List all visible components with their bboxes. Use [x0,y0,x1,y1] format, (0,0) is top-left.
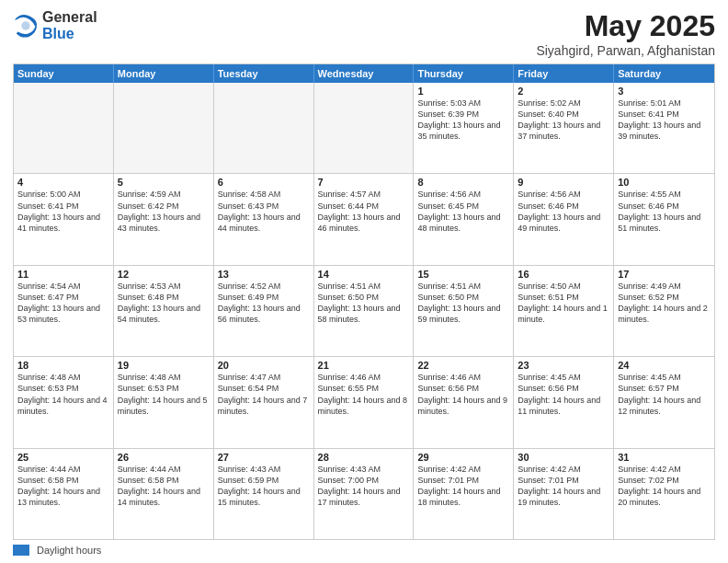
day-number: 19 [118,360,210,371]
day-number: 17 [618,269,711,280]
calendar-cell: 26Sunrise: 4:44 AM Sunset: 6:58 PM Dayli… [114,449,214,539]
calendar-cell [314,83,415,173]
calendar-cell [14,83,114,173]
calendar-cell: 30Sunrise: 4:42 AM Sunset: 7:01 PM Dayli… [514,449,614,539]
calendar-cell: 9Sunrise: 4:56 AM Sunset: 6:46 PM Daylig… [514,174,614,264]
cell-info: Sunrise: 4:53 AM Sunset: 6:48 PM Dayligh… [118,281,210,326]
calendar-week-2: 4Sunrise: 5:00 AM Sunset: 6:41 PM Daylig… [14,174,714,265]
calendar-week-1: 1Sunrise: 5:03 AM Sunset: 6:39 PM Daylig… [14,83,714,174]
title-month: May 2025 [536,9,715,43]
day-number: 15 [417,269,509,280]
calendar-cell: 22Sunrise: 4:46 AM Sunset: 6:56 PM Dayli… [414,357,514,447]
calendar-cell: 3Sunrise: 5:01 AM Sunset: 6:41 PM Daylig… [614,83,714,173]
calendar-cell: 29Sunrise: 4:42 AM Sunset: 7:01 PM Dayli… [414,449,514,539]
calendar-cell: 23Sunrise: 4:45 AM Sunset: 6:56 PM Dayli… [514,357,614,447]
calendar-week-4: 18Sunrise: 4:48 AM Sunset: 6:53 PM Dayli… [14,357,714,448]
calendar-cell: 7Sunrise: 4:57 AM Sunset: 6:44 PM Daylig… [314,174,415,264]
cell-info: Sunrise: 4:52 AM Sunset: 6:49 PM Dayligh… [218,281,310,326]
day-number: 21 [318,360,410,371]
day-number: 7 [318,177,410,188]
day-number: 28 [318,452,410,463]
calendar-cell: 31Sunrise: 4:42 AM Sunset: 7:02 PM Dayli… [614,449,714,539]
header-day-thursday: Thursday [414,64,514,83]
cell-info: Sunrise: 4:42 AM Sunset: 7:01 PM Dayligh… [417,464,509,509]
day-number: 22 [417,360,509,371]
calendar-cell: 10Sunrise: 4:55 AM Sunset: 6:46 PM Dayli… [614,174,714,264]
day-number: 1 [417,86,509,97]
day-number: 26 [118,452,210,463]
cell-info: Sunrise: 4:46 AM Sunset: 6:56 PM Dayligh… [417,372,509,417]
day-number: 20 [218,360,310,371]
day-number: 6 [218,177,310,188]
calendar-week-3: 11Sunrise: 4:54 AM Sunset: 6:47 PM Dayli… [14,266,714,357]
cell-info: Sunrise: 4:50 AM Sunset: 6:51 PM Dayligh… [518,281,609,326]
day-number: 12 [118,269,210,280]
cell-info: Sunrise: 4:48 AM Sunset: 6:53 PM Dayligh… [17,372,109,417]
calendar-cell: 12Sunrise: 4:53 AM Sunset: 6:48 PM Dayli… [114,266,214,356]
calendar-cell: 13Sunrise: 4:52 AM Sunset: 6:49 PM Dayli… [214,266,314,356]
cell-info: Sunrise: 4:57 AM Sunset: 6:44 PM Dayligh… [318,189,410,234]
cell-info: Sunrise: 4:45 AM Sunset: 6:56 PM Dayligh… [518,372,609,417]
cell-info: Sunrise: 4:55 AM Sunset: 6:46 PM Dayligh… [618,189,711,234]
calendar-cell: 14Sunrise: 4:51 AM Sunset: 6:50 PM Dayli… [314,266,415,356]
header: General Blue May 2025 Siyahgird, Parwan,… [13,9,715,58]
calendar-cell: 27Sunrise: 4:43 AM Sunset: 6:59 PM Dayli… [214,449,314,539]
calendar: SundayMondayTuesdayWednesdayThursdayFrid… [13,63,715,540]
cell-info: Sunrise: 4:58 AM Sunset: 6:43 PM Dayligh… [218,189,310,234]
cell-info: Sunrise: 4:49 AM Sunset: 6:52 PM Dayligh… [618,281,711,326]
day-number: 31 [618,452,711,463]
logo-blue: Blue [42,26,97,42]
daylight-swatch [13,545,29,556]
calendar-cell: 16Sunrise: 4:50 AM Sunset: 6:51 PM Dayli… [514,266,614,356]
page: General Blue May 2025 Siyahgird, Parwan,… [0,0,728,563]
calendar-cell: 1Sunrise: 5:03 AM Sunset: 6:39 PM Daylig… [414,83,514,173]
calendar-cell: 2Sunrise: 5:02 AM Sunset: 6:40 PM Daylig… [514,83,614,173]
calendar-cell: 21Sunrise: 4:46 AM Sunset: 6:55 PM Dayli… [314,357,415,447]
calendar-cell: 25Sunrise: 4:44 AM Sunset: 6:58 PM Dayli… [14,449,114,539]
day-number: 3 [618,86,711,97]
cell-info: Sunrise: 4:43 AM Sunset: 6:59 PM Dayligh… [218,464,310,509]
cell-info: Sunrise: 4:54 AM Sunset: 6:47 PM Dayligh… [17,281,109,326]
footer-label: Daylight hours [37,545,101,556]
calendar-cell: 17Sunrise: 4:49 AM Sunset: 6:52 PM Dayli… [614,266,714,356]
cell-info: Sunrise: 4:46 AM Sunset: 6:55 PM Dayligh… [318,372,410,417]
calendar-body: 1Sunrise: 5:03 AM Sunset: 6:39 PM Daylig… [14,83,714,539]
calendar-cell: 18Sunrise: 4:48 AM Sunset: 6:53 PM Dayli… [14,357,114,447]
day-number: 5 [118,177,210,188]
calendar-cell: 8Sunrise: 4:56 AM Sunset: 6:45 PM Daylig… [414,174,514,264]
day-number: 23 [518,360,609,371]
logo-general: General [42,9,97,26]
calendar-cell: 28Sunrise: 4:43 AM Sunset: 7:00 PM Dayli… [314,449,415,539]
day-number: 8 [417,177,509,188]
cell-info: Sunrise: 5:01 AM Sunset: 6:41 PM Dayligh… [618,98,711,143]
calendar-header: SundayMondayTuesdayWednesdayThursdayFrid… [14,64,714,83]
cell-info: Sunrise: 4:51 AM Sunset: 6:50 PM Dayligh… [417,281,509,326]
day-number: 10 [618,177,711,188]
day-number: 29 [417,452,509,463]
calendar-cell: 5Sunrise: 4:59 AM Sunset: 6:42 PM Daylig… [114,174,214,264]
title-block: May 2025 Siyahgird, Parwan, Afghanistan [536,9,715,58]
calendar-cell: 20Sunrise: 4:47 AM Sunset: 6:54 PM Dayli… [214,357,314,447]
calendar-week-5: 25Sunrise: 4:44 AM Sunset: 6:58 PM Dayli… [14,449,714,539]
cell-info: Sunrise: 4:44 AM Sunset: 6:58 PM Dayligh… [118,464,210,509]
day-number: 18 [17,360,109,371]
cell-info: Sunrise: 5:02 AM Sunset: 6:40 PM Dayligh… [518,98,609,143]
cell-info: Sunrise: 4:59 AM Sunset: 6:42 PM Dayligh… [118,189,210,234]
cell-info: Sunrise: 5:03 AM Sunset: 6:39 PM Dayligh… [417,98,509,143]
day-number: 30 [518,452,609,463]
calendar-cell [114,83,214,173]
day-number: 24 [618,360,711,371]
day-number: 25 [17,452,109,463]
calendar-cell: 24Sunrise: 4:45 AM Sunset: 6:57 PM Dayli… [614,357,714,447]
calendar-cell: 11Sunrise: 4:54 AM Sunset: 6:47 PM Dayli… [14,266,114,356]
header-day-monday: Monday [114,64,214,83]
svg-point-0 [21,21,29,29]
day-number: 16 [518,269,609,280]
cell-info: Sunrise: 4:42 AM Sunset: 7:01 PM Dayligh… [518,464,609,509]
cell-info: Sunrise: 4:44 AM Sunset: 6:58 PM Dayligh… [17,464,109,509]
header-day-wednesday: Wednesday [314,64,415,83]
day-number: 9 [518,177,609,188]
calendar-cell [214,83,314,173]
calendar-cell: 19Sunrise: 4:48 AM Sunset: 6:53 PM Dayli… [114,357,214,447]
header-day-saturday: Saturday [614,64,714,83]
